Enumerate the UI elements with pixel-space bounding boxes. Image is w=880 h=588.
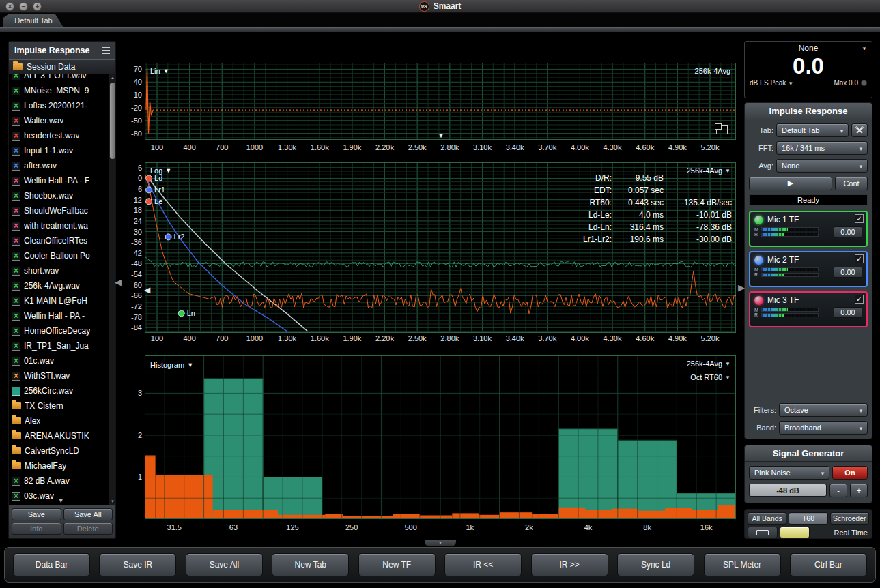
save-all-button[interactable]: Save All [63,508,113,520]
scroll-down-icon[interactable]: ▼ [109,499,115,503]
wav-file-icon: × [12,372,20,381]
mic-checkbox[interactable]: ✓ [855,295,864,304]
file-list-item[interactable]: ×Cooler Balloon Po [9,248,109,263]
rt60-histogram-plot[interactable]: Histogram ▼ 256k-4Avg ▼ Oct RT60 ▼ [145,355,736,519]
file-list-item[interactable]: ×HomeOfficeDecay [9,323,109,338]
mic-measurement-row[interactable]: Mic 2 TF✓MR0.00 [749,251,868,287]
scrollbar-thumb[interactable] [110,83,115,159]
linear-ir-plot[interactable]: Lin ▼ 256k-4Avg ▼ [145,63,736,140]
run-measurement-button[interactable]: ▶ [749,177,832,190]
spl-source-select[interactable]: None ▼ [745,42,872,53]
bottom-bar-button-new-tf[interactable]: New TF [358,553,436,576]
level-increase-button[interactable]: + [850,484,868,497]
plot-mode-select[interactable]: Lin ▼ [150,67,169,75]
bottom-bar-button-save-all[interactable]: Save All [186,553,263,576]
list-menu-icon[interactable] [102,47,110,54]
scrollbar[interactable]: ▲ ▼ [109,74,115,505]
bottom-bar-button-data-bar[interactable]: Data Bar [13,553,90,576]
file-list-item[interactable]: 256kCirc.wav [9,383,109,398]
averaging-select[interactable]: 256k-4Avg ▼ [687,359,730,368]
mic-measurement-row[interactable]: Mic 3 TF✓MR0.00 [749,291,868,327]
marker-ld[interactable] [146,175,152,181]
file-list-item[interactable]: ×Loftas 20200121- [9,98,109,113]
generator-type-select[interactable]: Pink Noise ▼ [749,466,829,480]
rt60-histogram-svg [145,355,736,519]
bottom-bar-button-new-tab[interactable]: New Tab [272,553,349,576]
file-list-item[interactable]: ×Wellin Hall - PA - [9,308,109,323]
tab-default[interactable]: Default Tab [3,14,63,27]
mic-checkbox[interactable]: ✓ [855,214,864,223]
bottom-bar-button-ir[interactable]: IR << [444,553,522,576]
marker-lr2[interactable] [165,234,171,240]
band-mode-select[interactable]: Oct RT60 ▼ [690,373,730,381]
file-list-item[interactable]: ×256k-4Avg.wav [9,278,109,293]
save-button[interactable]: Save [12,508,61,520]
pause-indicator-button[interactable] [780,527,810,538]
file-list-item[interactable]: ×Input 1-1.wav [9,143,109,158]
file-list-item[interactable]: ×IR_TP1_San_Jua [9,338,109,353]
file-list-item[interactable]: TX Cistern [9,398,109,413]
close-button[interactable]: × [5,2,14,11]
collapse-right-panel-icon[interactable]: ▶ [738,282,745,293]
file-list-item[interactable]: ×MNoise_MSPN_9 [9,83,109,98]
zoom-window-button[interactable]: + [33,2,42,11]
file-list-item[interactable]: ×short.wav [9,263,109,278]
readout-value: 316.4 ms [612,222,664,232]
display-toggle-button[interactable] [748,527,778,538]
file-list-item[interactable]: ×with treatment.wa [9,218,109,233]
file-list-item[interactable]: CalvertSyncLD [9,443,109,458]
bottom-bar-button-save-ir[interactable]: Save IR [99,553,176,576]
mic-measurement-row[interactable]: Mic 1 TF✓MR0.00 [749,211,868,247]
collapse-left-panel-icon[interactable]: ◀ [115,277,122,287]
session-data-row[interactable]: Session Data [9,59,115,74]
time-cursor-marker-icon[interactable]: ▼ [438,132,444,139]
scroll-up-icon[interactable]: ▲ [109,76,115,80]
chevron-down-icon: ▼ [858,426,864,432]
bottom-bar-drag-handle[interactable]: ▾ [425,540,456,546]
fft-select[interactable]: 16k / 341 ms ▼ [776,141,868,155]
file-list-item[interactable]: ×after.wav [9,158,109,173]
file-list-item[interactable]: ×Walter.wav [9,113,109,128]
file-list-item[interactable]: Alex [9,413,109,428]
file-list-item[interactable]: ×ALL 3 1 OTT.wav [9,74,109,83]
continuous-button[interactable]: Cont [835,177,868,190]
file-list-item[interactable]: ×ShouldWeFallbac [9,203,109,218]
minimize-button[interactable]: − [19,2,28,11]
filters-select[interactable]: Octave ▼ [779,403,868,417]
plot-mode-select[interactable]: Log ▼ [150,166,171,175]
marker-ln[interactable] [178,310,184,317]
bottom-bar-button-sync-ld[interactable]: Sync Ld [617,553,694,576]
zoom-tool-icon[interactable] [716,125,728,134]
all-bands-button[interactable]: All Bands [748,512,786,525]
schroeder-button[interactable]: Schroeder [830,512,869,525]
file-list-item[interactable]: ×01c.wav [9,353,109,368]
delete-button[interactable]: Delete [63,523,113,535]
bottom-bar-button-ctrl-bar[interactable]: Ctrl Bar [790,553,867,576]
left-edge-marker-icon[interactable]: ◀ [144,285,150,295]
file-list-item[interactable]: ARENA AKUSTIK [9,428,109,443]
generator-on-button[interactable]: On [832,466,868,480]
averages-select[interactable]: None ▼ [776,159,868,173]
band-select[interactable]: Broadband ▼ [779,421,868,435]
mic-checkbox[interactable]: ✓ [855,254,864,263]
file-list-item[interactable]: ×K1 MAIN L@FoH [9,293,109,308]
level-decrease-button[interactable]: - [829,484,847,497]
file-list-item[interactable]: ×WithSTI.wav [9,368,109,383]
plot-mode-select[interactable]: Histogram ▼ [150,361,193,369]
info-button[interactable]: Info [12,523,61,535]
file-list-item[interactable]: ×Wellin Hall -PA - F [9,173,109,188]
file-list-item[interactable]: ×82 dB A.wav [9,473,109,488]
bottom-bar-button-spl-meter[interactable]: SPL Meter [704,553,781,576]
bottom-bar-button-ir[interactable]: IR >> [531,553,608,576]
tab-settings-button[interactable] [851,123,868,137]
tab-select[interactable]: Default Tab ▼ [776,123,849,137]
marker-lr1[interactable] [146,187,152,193]
marker-le[interactable] [146,199,152,205]
spl-unit-select[interactable]: dB FS Peak ▼ [750,79,793,87]
log-ir-plot[interactable]: Log ▼ 256k-4Avg ▼ D/R:9.55 dBEDT:0.057 s… [145,162,736,333]
file-list-item[interactable]: ×CleanOfficeIRTes [9,233,109,248]
file-list-item[interactable]: ×Shoebox.wav [9,188,109,203]
file-list-item[interactable]: MichaelFay [9,458,109,473]
file-list-item[interactable]: ×headertest.wav [9,128,109,143]
t60-button[interactable]: T60 [789,512,827,525]
